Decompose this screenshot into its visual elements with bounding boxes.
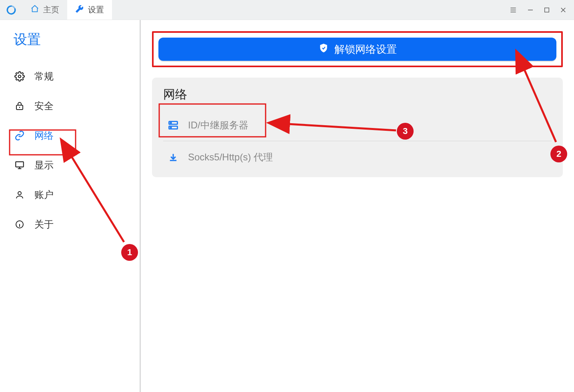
monitor-icon (14, 160, 26, 170)
sidebar-item-general[interactable]: 常规 (0, 62, 140, 91)
sidebar-item-label: 常规 (34, 70, 54, 83)
sidebar-item-label: 账户 (34, 188, 54, 201)
option-proxy-label: Socks5/Http(s) 代理 (188, 151, 273, 164)
titlebar: 主页 设置 (0, 0, 574, 20)
svg-rect-3 (16, 162, 24, 167)
sidebar-item-label: 网络 (34, 129, 54, 142)
shield-icon (318, 43, 329, 56)
option-relay-label: ID/中继服务器 (188, 119, 248, 132)
network-section-title: 网络 (163, 86, 552, 103)
app-logo (0, 0, 22, 20)
settings-sidebar: 设置 常规 安全 网络 显示 (0, 20, 141, 392)
download-arrow-icon (166, 152, 180, 163)
sidebar-item-label: 显示 (34, 159, 54, 172)
sidebar-item-label: 关于 (34, 218, 54, 231)
titlebar-spacer (112, 0, 502, 20)
svg-point-4 (18, 192, 21, 195)
option-proxy[interactable]: Socks5/Http(s) 代理 (163, 141, 552, 173)
close-button[interactable] (560, 6, 567, 14)
tab-home[interactable]: 主页 (22, 0, 67, 20)
unlock-network-label: 解锁网络设置 (334, 42, 397, 56)
minimize-button[interactable] (527, 6, 534, 14)
maximize-button[interactable] (544, 7, 550, 13)
hamburger-icon (509, 6, 517, 14)
app-logo-icon (6, 5, 16, 15)
unlock-network-button[interactable]: 解锁网络设置 (158, 38, 556, 61)
gear-icon (14, 71, 26, 82)
wrench-icon (75, 4, 84, 15)
sidebar-item-display[interactable]: 显示 (0, 150, 140, 180)
minimize-icon (527, 6, 534, 14)
sidebar-title: 设置 (0, 30, 140, 62)
lock-icon (14, 101, 26, 111)
network-section: 网络 ID/中继服务器 Socks5/Http(s) 代理 (152, 78, 563, 177)
svg-point-9 (170, 127, 171, 128)
info-icon (14, 220, 26, 229)
tab-home-label: 主页 (43, 4, 59, 15)
window-controls (502, 0, 574, 20)
sidebar-item-account[interactable]: 账户 (0, 180, 140, 210)
tab-settings-label: 设置 (88, 4, 104, 15)
option-relay-server[interactable]: ID/中继服务器 (163, 109, 552, 141)
svg-point-8 (170, 122, 171, 123)
sidebar-item-security[interactable]: 安全 (0, 91, 140, 121)
server-icon (166, 120, 180, 131)
callout-unlock-frame: 解锁网络设置 (152, 31, 563, 67)
sidebar-item-label: 安全 (34, 100, 54, 112)
svg-point-1 (18, 75, 21, 78)
home-icon (30, 4, 39, 15)
sidebar-item-network[interactable]: 网络 (0, 121, 140, 150)
maximize-icon (544, 7, 550, 13)
sidebar-item-about[interactable]: 关于 (0, 210, 140, 239)
close-icon (560, 6, 567, 14)
link-icon (14, 130, 26, 141)
menu-button[interactable] (509, 6, 517, 14)
svg-rect-0 (545, 8, 549, 12)
user-icon (14, 190, 26, 200)
page-body: 设置 常规 安全 网络 显示 (0, 20, 574, 392)
tab-settings[interactable]: 设置 (67, 0, 112, 20)
settings-main: 解锁网络设置 网络 ID/中继服务器 Socks5/Http(s) 代理 (141, 20, 574, 392)
